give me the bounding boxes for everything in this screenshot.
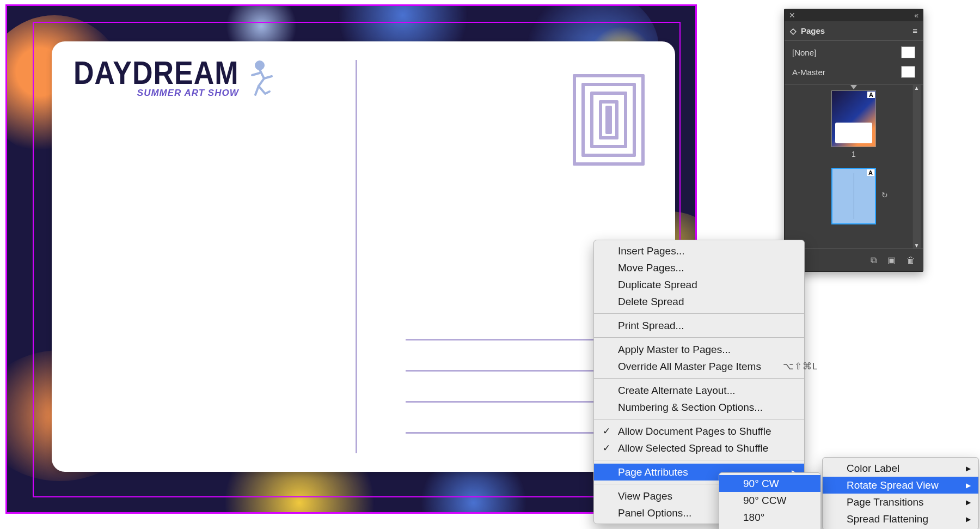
ctx-main-item[interactable]: Allow Selected Spread to Shuffle [594, 440, 804, 457]
page-number: 1 [832, 150, 875, 159]
ctx-main-label: Allow Selected Spread to Shuffle [618, 442, 768, 454]
scroll-up-icon[interactable]: ▲ [914, 85, 920, 91]
runner-icon [248, 60, 280, 102]
master-thumb[interactable] [901, 66, 915, 78]
ctx-main-separator [594, 378, 804, 379]
postcard-card[interactable]: DAYDREAM SUMMER ART SHOW [52, 41, 675, 472]
panel-title: Pages [801, 26, 825, 35]
panel-menu-icon[interactable]: ≡ [912, 26, 917, 35]
ctx-main-item[interactable]: Override All Master Page Items⌥⇧⌘L [594, 358, 804, 375]
postage-stamp [573, 74, 645, 166]
ctx-main-label: Print Spread... [618, 320, 684, 332]
expand-toggle-icon[interactable]: ◇ [790, 26, 797, 36]
ctx-main-label: Panel Options... [618, 507, 691, 519]
master-label: [None] [792, 48, 816, 57]
master-label: A-Master [792, 68, 825, 77]
ctx-main-separator [594, 313, 804, 314]
master-thumb[interactable] [901, 46, 915, 58]
ctx-rotate-label: 90° CCW [743, 495, 786, 507]
logo-title: DAYDREAM [74, 58, 239, 87]
ctx-main-label: Page Attributes [618, 466, 688, 478]
logo-block: DAYDREAM SUMMER ART SHOW [74, 60, 280, 102]
ctx-rotate-item[interactable]: 90° CW [719, 475, 820, 492]
master-row-a[interactable]: A-Master [792, 66, 915, 78]
ctx-main-item[interactable]: Insert Pages... [594, 242, 804, 259]
ctx-main-separator [594, 460, 804, 460]
page-thumbnail-1[interactable]: A 1 [831, 90, 876, 147]
ctx-main-label: Delete Spread [618, 296, 684, 308]
ctx-attr-label: Page Transitions [847, 496, 924, 508]
scroll-down-icon[interactable]: ▼ [914, 242, 920, 248]
ctx-main-label: View Pages [618, 490, 672, 502]
ctx-main-item[interactable]: Print Spread... [594, 317, 804, 334]
delete-page-icon[interactable]: 🗑 [906, 256, 915, 265]
ctx-attr-label: Rotate Spread View [847, 479, 939, 491]
ctx-main-label: Insert Pages... [618, 245, 685, 257]
ctx-main-separator [594, 419, 804, 419]
edit-page-size-icon[interactable]: ⧉ [871, 256, 877, 265]
master-badge: A [867, 169, 874, 176]
ctx-attr-item[interactable]: Spread Flattening [823, 510, 978, 527]
ctx-main-item[interactable]: Move Pages... [594, 259, 804, 276]
panel-tabbar: ◇ Pages ≡ [785, 21, 923, 41]
decorative-swirl [408, 465, 539, 514]
postcard-divider [356, 60, 357, 453]
ctx-attr-label: Spread Flattening [847, 513, 928, 525]
ctx-main-label: Move Pages... [618, 262, 684, 274]
context-submenu-page-attributes[interactable]: Color LabelRotate Spread ViewPage Transi… [822, 457, 979, 529]
ctx-rotate-item[interactable]: 180° [719, 509, 820, 526]
ctx-main-label: Apply Master to Pages... [618, 344, 731, 356]
ctx-main-label: Duplicate Spread [618, 279, 697, 291]
ctx-rotate-item[interactable]: 90° CCW [719, 492, 820, 509]
collapse-icon[interactable]: « [914, 11, 918, 20]
ctx-main-label: Override All Master Page Items [618, 361, 761, 373]
ctx-main-separator [594, 337, 804, 338]
close-icon[interactable]: ✕ [789, 11, 795, 20]
spine-marker-icon [850, 85, 857, 90]
ctx-main-item[interactable]: Create Alternate Layout... [594, 382, 804, 399]
ctx-rotate-label: 180° [743, 512, 764, 524]
ctx-main-item[interactable]: Allow Document Pages to Shuffle [594, 423, 804, 440]
ctx-main-item[interactable]: Numbering & Section Options... [594, 399, 804, 416]
ctx-main-label: Numbering & Section Options... [618, 402, 763, 414]
ctx-main-label: Allow Document Pages to Shuffle [618, 425, 771, 437]
ctx-main-label: Create Alternate Layout... [618, 385, 735, 397]
master-badge: A [867, 92, 875, 98]
keyboard-shortcut: ⌥⇧⌘L [761, 361, 818, 372]
ctx-main-item[interactable]: Apply Master to Pages... [594, 341, 804, 358]
master-row-none[interactable]: [None] [792, 46, 915, 58]
ctx-rotate-label: 90° CW [743, 478, 779, 490]
ctx-main-item[interactable]: Duplicate Spread [594, 276, 804, 293]
new-page-icon[interactable]: ▣ [887, 255, 896, 265]
svg-point-0 [256, 62, 264, 69]
ctx-attr-item[interactable]: Color Label [823, 460, 978, 477]
master-pages-section[interactable]: [None] A-Master [785, 41, 923, 85]
pages-list[interactable]: A 1 A ↻ ▲ ▼ [785, 85, 923, 248]
context-submenu-rotate-spread[interactable]: 90° CW90° CCW180°Clear Rotation [719, 472, 821, 529]
rotated-spread-icon: ↻ [881, 191, 892, 202]
panel-footer: ▭ ⧉ ▣ 🗑 [785, 248, 923, 271]
pages-panel[interactable]: ✕ « ◇ Pages ≡ [None] A-Master A 1 [784, 9, 923, 272]
ctx-attr-item[interactable]: Rotate Spread View [823, 477, 978, 494]
page-thumbnail-2[interactable]: A [831, 168, 876, 224]
ctx-attr-label: Color Label [847, 463, 899, 475]
ctx-attr-item[interactable]: Page Transitions [823, 494, 978, 510]
panel-scrollbar[interactable]: ▲ ▼ [912, 85, 921, 248]
ctx-main-item[interactable]: Delete Spread [594, 293, 804, 310]
panel-titlebar[interactable]: ✕ « [785, 9, 923, 21]
